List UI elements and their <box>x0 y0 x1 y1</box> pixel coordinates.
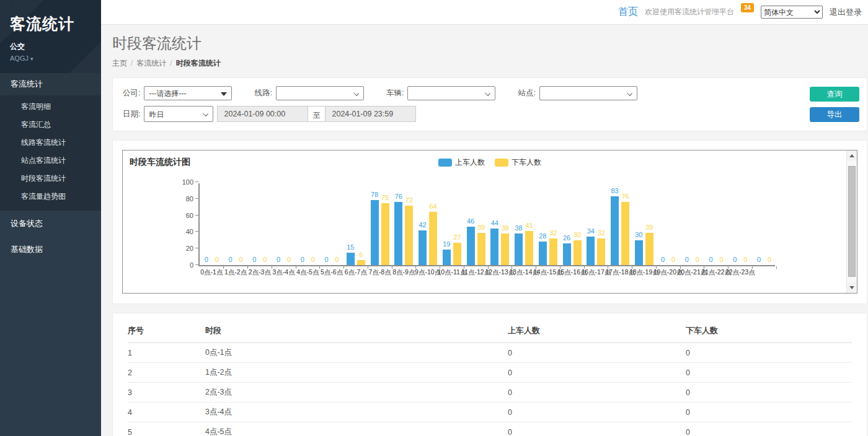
bar-value-label: 30 <box>574 231 581 238</box>
table-cell: 1 <box>128 343 205 363</box>
legend-item[interactable]: 上车人数 <box>438 157 485 168</box>
bar-value-label: 41 <box>526 222 533 229</box>
bar-value-label: 0 <box>768 256 771 263</box>
x-axis-tick-label: 2点-3点 <box>249 268 271 277</box>
chart-category: 42649点-10点 <box>416 183 440 265</box>
chart-category: 0021点-22点 <box>704 183 728 265</box>
legend-item[interactable]: 下车人数 <box>495 157 541 168</box>
bar-value-label: 0 <box>239 256 243 263</box>
chart-category: 000点-1点 <box>200 183 224 265</box>
bar-value-label: 38 <box>502 224 509 232</box>
sidebar-item-base-data[interactable]: 基础数据 <box>0 237 101 263</box>
chart-bar: 76 <box>394 202 402 265</box>
date-to-input[interactable] <box>325 106 416 122</box>
line-select[interactable] <box>276 86 364 100</box>
chevron-down-icon <box>203 111 209 116</box>
table-cell: 4点-5点 <box>205 422 508 436</box>
bar-value-label: 0 <box>252 256 256 263</box>
bar-value-label: 28 <box>539 232 546 240</box>
bar-value-label: 0 <box>733 256 737 263</box>
chart-category: 303918点-19点 <box>632 183 657 265</box>
scrollbar-down-button[interactable] <box>847 282 857 293</box>
table-row: 43点-4点00 <box>128 403 852 422</box>
breadcrumb-parent[interactable]: 客流统计 <box>136 59 166 68</box>
table-row: 10点-1点00 <box>128 343 852 363</box>
breadcrumb-current: 时段客流统计 <box>176 59 221 68</box>
table-cell: 0 <box>686 422 852 436</box>
station-select[interactable] <box>539 86 637 100</box>
chart-category: 0022点-23点 <box>728 183 753 265</box>
bar-value-label: 75 <box>381 194 389 201</box>
chevron-down-icon <box>627 90 632 96</box>
station-label: 站点: <box>518 88 535 98</box>
bar-value-label: 32 <box>549 229 557 237</box>
bar-value-label: 30 <box>635 231 642 238</box>
export-button[interactable]: 导出 <box>810 107 859 122</box>
x-axis-tick-label: 4点-5点 <box>296 268 319 277</box>
company-select[interactable]: ---请选择--- <box>144 86 232 100</box>
chart-bar: 32 <box>597 238 605 265</box>
line-label: 线路: <box>254 88 272 98</box>
breadcrumb-home[interactable]: 主页 <box>112 59 127 68</box>
sidebar-subitem[interactable]: 客流汇总 <box>0 116 101 134</box>
org-selector[interactable]: AQGJ ▾ <box>10 54 91 62</box>
vehicle-select[interactable] <box>407 86 495 100</box>
y-axis-tick-mark <box>195 248 198 248</box>
sidebar-submenu: 客流明细客流汇总线路客流统计站点客流统计时段客流统计客流量趋势图 <box>0 95 101 211</box>
home-link[interactable]: 首页 <box>618 6 638 19</box>
date-from-input[interactable] <box>217 106 308 122</box>
bar-value-label: 76 <box>622 193 629 200</box>
page-title: 时段客流统计 <box>112 33 867 53</box>
bar-value-label: 64 <box>430 203 437 210</box>
chart-bar: 46 <box>467 227 475 265</box>
chart-category: 343216点-17点 <box>584 183 608 265</box>
language-select[interactable]: 简体中文 <box>761 6 823 19</box>
chart-bar: 19 <box>443 250 451 265</box>
chart-bar: 34 <box>587 237 595 265</box>
bar-value-label: 0 <box>263 256 267 263</box>
table-body: 10点-1点0021点-2点0032点-3点0043点-4点0054点-5点00… <box>128 343 852 436</box>
bar-value-label: 0 <box>277 256 280 263</box>
chart-bar: 42 <box>418 230 427 265</box>
page-content: 时段客流统计 主页/客流统计/时段客流统计 公司: ---请选择--- 线路: … <box>101 25 868 436</box>
sidebar-item-passenger-stats[interactable]: 客流统计 <box>0 73 101 95</box>
logout-link[interactable]: 退出登录 <box>830 7 862 18</box>
table-cell: 0 <box>508 343 686 363</box>
sidebar-subitem[interactable]: 客流明细 <box>0 98 101 116</box>
chart-bar: 64 <box>429 212 437 265</box>
search-button[interactable]: 查询 <box>810 87 859 102</box>
chart-category: 263015点-16点 <box>560 183 584 265</box>
date-range-separator: 至 <box>308 106 325 122</box>
bar-value-label: 44 <box>491 219 498 227</box>
bar-value-label: 0 <box>325 256 329 263</box>
chart-plot: 020406080100000点-1点001点-2点002点-3点003点-4点… <box>198 183 775 266</box>
bar-value-label: 0 <box>696 256 699 263</box>
table-cell: 0 <box>508 383 686 403</box>
chart-category: 78757点-8点 <box>368 183 392 265</box>
bar-value-label: 72 <box>405 196 413 204</box>
notification-badge[interactable]: 34 <box>741 3 754 12</box>
chart-bar: 6 <box>357 260 365 265</box>
chart-category: 283214点-15点 <box>536 183 560 265</box>
scrollbar-up-button[interactable] <box>847 150 857 161</box>
sidebar-item-device-status[interactable]: 设备状态 <box>0 211 101 237</box>
scrollbar-thumb[interactable] <box>848 166 856 277</box>
sidebar-subitem[interactable]: 站点客流统计 <box>0 152 101 170</box>
chart-vertical-scrollbar[interactable] <box>846 150 857 293</box>
filter-buttons: 查询 导出 <box>810 87 859 122</box>
bar-value-label: 42 <box>419 221 427 229</box>
chart-bar: 39 <box>477 233 485 265</box>
table-column-header: 序号 <box>128 316 205 343</box>
sidebar-subitem[interactable]: 时段客流统计 <box>0 170 101 188</box>
sidebar-subitem[interactable]: 客流量趋势图 <box>0 188 101 206</box>
chart-category: 00 <box>752 183 776 265</box>
bar-value-label: 0 <box>215 256 219 263</box>
x-axis-tick-label: 6点-7点 <box>345 268 367 277</box>
vehicle-label: 车辆: <box>386 88 404 98</box>
legend-swatch-icon <box>495 159 508 167</box>
data-table-card: 序号时段上车人数下车人数 10点-1点0021点-2点0032点-3点0043点… <box>112 313 867 436</box>
chart-category: 384113点-14点 <box>512 183 536 265</box>
sidebar-subitem[interactable]: 线路客流统计 <box>0 134 101 152</box>
main-area: 首页 欢迎使用客流统计管理平台 34 简体中文 退出登录 时段客流统计 主页/客… <box>101 0 868 436</box>
date-preset-select[interactable]: 昨日 <box>144 106 213 122</box>
